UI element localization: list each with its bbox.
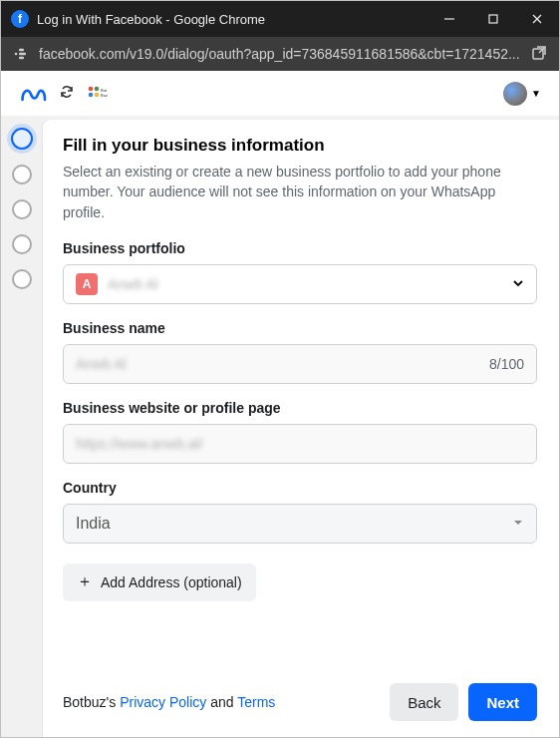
- site-info-icon[interactable]: [11, 45, 29, 63]
- business-name-label: Business name: [63, 320, 537, 336]
- meta-logo-icon: [19, 85, 47, 103]
- card-footer: Botbuz's Privacy Policy and Terms Back N…: [43, 669, 559, 738]
- page-heading: Fill in your business information: [63, 136, 537, 156]
- progress-stepper: [1, 116, 43, 738]
- close-button[interactable]: [515, 1, 559, 37]
- svg-point-4: [15, 53, 18, 56]
- svg-text:Buz: Buz: [101, 93, 108, 98]
- botbuz-logo-icon: BotBuz: [87, 85, 109, 103]
- next-button[interactable]: Next: [468, 683, 537, 721]
- back-button[interactable]: Back: [390, 683, 458, 721]
- chevron-down-icon: [512, 515, 524, 533]
- window-title: Log in With Facebook - Google Chrome: [37, 12, 427, 27]
- plus-icon: ＋: [77, 571, 93, 592]
- portfolio-badge: A: [76, 273, 98, 295]
- portfolio-label: Business portfolio: [63, 240, 537, 256]
- svg-rect-6: [19, 57, 24, 59]
- step-1-indicator: [11, 128, 33, 150]
- add-address-button[interactable]: ＋ Add Address (optional): [63, 563, 256, 601]
- add-address-label: Add Address (optional): [101, 574, 242, 590]
- account-menu[interactable]: ▼: [503, 82, 541, 106]
- page-subtext: Select an existing or create a new busin…: [63, 162, 537, 222]
- country-label: Country: [63, 480, 537, 496]
- footer-legal-text: Botbuz's Privacy Policy and Terms: [63, 694, 275, 710]
- chevron-down-icon: [512, 275, 524, 293]
- step-3-indicator: [12, 199, 32, 219]
- website-label: Business website or profile page: [63, 400, 537, 416]
- country-value: India: [76, 515, 111, 533]
- svg-point-9: [89, 86, 94, 91]
- app-header: BotBuz ▼: [1, 71, 559, 116]
- minimize-button[interactable]: [427, 1, 471, 37]
- country-select[interactable]: India: [63, 504, 537, 544]
- open-external-icon[interactable]: [531, 45, 549, 63]
- svg-rect-1: [489, 15, 497, 23]
- terms-link[interactable]: Terms: [237, 694, 275, 710]
- portfolio-value: Anwb Al: [108, 276, 158, 292]
- footer-and: and: [206, 694, 237, 710]
- maximize-button[interactable]: [471, 1, 515, 37]
- svg-rect-5: [19, 53, 26, 55]
- business-name-value: Anwb Al: [76, 356, 127, 372]
- step-2-indicator: [12, 165, 32, 184]
- avatar: [503, 82, 527, 106]
- step-5-indicator: [12, 269, 32, 289]
- url-text[interactable]: facebook.com/v19.0/dialog/oauth?app_id=7…: [39, 46, 521, 62]
- privacy-policy-link[interactable]: Privacy Policy: [120, 694, 206, 710]
- address-bar: facebook.com/v19.0/dialog/oauth?app_id=7…: [1, 37, 559, 71]
- svg-rect-7: [19, 49, 24, 51]
- footer-prefix: Botbuz's: [63, 694, 120, 710]
- portfolio-dropdown[interactable]: A Anwb Al: [63, 264, 537, 304]
- chevron-down-icon: ▼: [531, 88, 541, 99]
- svg-point-12: [95, 92, 100, 97]
- main-card: Fill in your business information Select…: [43, 120, 559, 738]
- window-titlebar: f Log in With Facebook - Google Chrome: [1, 1, 559, 37]
- facebook-icon: f: [11, 10, 29, 28]
- website-value: https://www.anwb.al/: [76, 436, 203, 452]
- business-name-input[interactable]: Anwb Al 8/100: [63, 344, 537, 384]
- website-input[interactable]: https://www.anwb.al/: [63, 424, 537, 464]
- svg-point-11: [89, 92, 94, 97]
- business-name-counter: 8/100: [489, 356, 524, 372]
- svg-point-10: [95, 86, 100, 91]
- step-4-indicator: [12, 234, 32, 254]
- sync-icon[interactable]: [59, 84, 75, 103]
